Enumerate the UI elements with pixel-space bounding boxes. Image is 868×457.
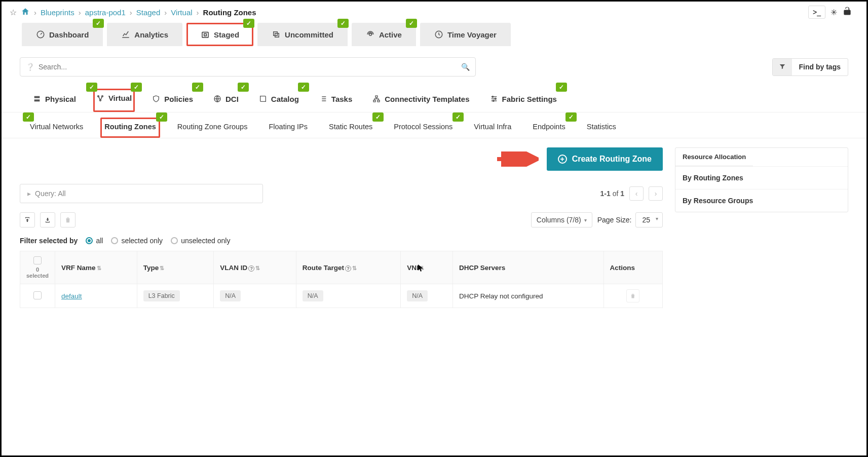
subtab-dci[interactable]: DCI <box>210 89 242 112</box>
status-badge <box>298 83 309 92</box>
status-badge <box>243 19 254 28</box>
query-box[interactable]: ▸ Query: All <box>20 184 263 203</box>
col-vlan-id[interactable]: VLAN ID?⇅ <box>214 251 296 284</box>
search-input[interactable] <box>20 57 476 77</box>
subtab-fabric-settings[interactable]: Fabric Settings <box>487 89 560 112</box>
search-wrap: ❔ 🔍 <box>20 57 476 77</box>
side-item-by-routing-zones[interactable]: By Routing Zones <box>675 166 848 189</box>
filter-radio-unselected[interactable]: unselected only <box>171 237 230 245</box>
row-checkbox[interactable] <box>33 291 42 299</box>
page-size: Page Size: 25 <box>597 212 663 227</box>
create-routing-zone-button[interactable]: + Create Routing Zone <box>547 147 663 171</box>
col-type[interactable]: Type⇅ <box>137 251 214 284</box>
breadcrumb-pod[interactable]: apstra-pod1 <box>85 8 126 17</box>
chevron-right-icon: ▸ <box>27 189 31 198</box>
search-icon[interactable]: 🔍 <box>461 63 470 71</box>
col-vni[interactable]: VNI⇅ <box>401 251 453 284</box>
page-size-select[interactable]: 25 <box>635 212 663 227</box>
columns-selector[interactable]: Columns (7/8) ▾ <box>531 212 592 227</box>
cursor-pointer-icon <box>418 264 424 273</box>
filter-radio-all[interactable]: all <box>86 237 103 245</box>
unlock-icon[interactable] <box>842 6 852 19</box>
subtab-tasks[interactable]: Tasks <box>316 89 355 112</box>
svg-rect-13 <box>373 100 375 102</box>
tab-analytics[interactable]: Analytics <box>107 23 182 46</box>
breadcrumb-virtual[interactable]: Virtual <box>171 8 192 17</box>
create-row: + Create Routing Zone <box>20 147 663 171</box>
search-row: ❔ 🔍 Find by tags <box>2 46 866 82</box>
tab-staged[interactable]: Staged <box>186 23 253 46</box>
side-item-by-resource-groups[interactable]: By Resource Groups <box>675 189 848 212</box>
export-button[interactable] <box>40 212 55 227</box>
share-nodes-icon <box>96 94 104 102</box>
bug-icon[interactable]: ✳ <box>831 8 837 17</box>
subtab2-floating-ips[interactable]: Floating IPs <box>265 118 312 138</box>
status-badge <box>406 19 417 28</box>
status-badge <box>23 112 34 122</box>
status-badge <box>156 112 167 122</box>
subtab2-protocol-sessions[interactable]: Protocol Sessions <box>390 118 457 138</box>
find-by-tags[interactable]: Find by tags <box>772 58 848 76</box>
favorite-star-icon[interactable]: ☆ <box>10 8 17 17</box>
sort-icon: ⇅ <box>160 265 164 271</box>
table-header-row: 0 selected VRF Name⇅ Type⇅ VLAN ID?⇅ Rou… <box>20 251 663 284</box>
select-all-checkbox[interactable] <box>33 256 42 264</box>
breadcrumb-blueprints[interactable]: Blueprints <box>41 8 74 17</box>
subtab2-statistics[interactable]: Statistics <box>583 118 620 138</box>
tab-time-voyager[interactable]: Time Voyager <box>420 23 511 46</box>
subtabs-level-2: Virtual Networks Routing Zones Routing Z… <box>2 112 866 138</box>
routing-zones-table: 0 selected VRF Name⇅ Type⇅ VLAN ID?⇅ Rou… <box>20 251 663 308</box>
history-icon <box>434 30 443 39</box>
plus-icon: + <box>558 155 567 164</box>
subtab-physical[interactable]: Physical <box>30 89 79 112</box>
main-tabs: Dashboard Analytics Staged Uncommitted A… <box>2 23 866 46</box>
col-vrf-name[interactable]: VRF Name⇅ <box>55 251 137 284</box>
breadcrumb-current: Routing Zones <box>203 8 256 17</box>
breadcrumb-staged[interactable]: Staged <box>136 8 161 17</box>
col-actions: Actions <box>603 251 662 284</box>
status-badge <box>337 19 349 28</box>
chart-line-icon <box>121 30 130 39</box>
subtab2-routing-zone-groups[interactable]: Routing Zone Groups <box>173 118 252 138</box>
terminal-button[interactable]: >_ <box>808 6 825 19</box>
home-icon[interactable] <box>21 7 30 18</box>
subtab2-virtual-networks[interactable]: Virtual Networks <box>26 118 87 138</box>
subtab-virtual[interactable]: Virtual <box>93 89 135 112</box>
import-button[interactable] <box>20 212 35 227</box>
subtab2-virtual-infra[interactable]: Virtual Infra <box>470 118 515 138</box>
subtab2-static-routes[interactable]: Static Routes <box>325 118 376 138</box>
tab-dashboard[interactable]: Dashboard <box>22 23 103 46</box>
side-panel-tab[interactable]: Resource Allocation <box>675 148 753 166</box>
help-icon[interactable]: ? <box>345 265 351 272</box>
sort-icon: ⇅ <box>352 265 357 271</box>
svg-rect-14 <box>378 100 380 102</box>
tab-uncommitted[interactable]: Uncommitted <box>257 23 348 46</box>
filter-radio-selected[interactable]: selected only <box>111 237 163 245</box>
subtab-policies[interactable]: Policies <box>149 89 196 112</box>
vrf-link[interactable]: default <box>61 292 82 300</box>
sort-icon: ⇅ <box>97 265 101 271</box>
delete-button[interactable] <box>60 212 76 227</box>
tab-active[interactable]: Active <box>352 23 416 46</box>
col-route-target[interactable]: Route Target?⇅ <box>296 251 401 284</box>
svg-point-15 <box>492 96 494 98</box>
terminal-icon: >_ <box>813 8 821 16</box>
subtab-connectivity-templates[interactable]: Connectivity Templates <box>369 89 472 112</box>
subtab2-routing-zones[interactable]: Routing Zones <box>100 118 160 138</box>
next-page-button[interactable]: › <box>649 186 663 201</box>
svg-rect-2 <box>204 34 207 36</box>
help-icon[interactable]: ? <box>248 265 254 272</box>
query-row: ▸ Query: All 1-1 of 1 ‹ › <box>20 184 663 203</box>
subtab2-endpoints[interactable]: Endpoints <box>529 118 570 138</box>
filter-label: Filter selected by <box>20 237 78 245</box>
prev-page-button[interactable]: ‹ <box>629 186 644 201</box>
subtab-catalog[interactable]: Catalog <box>256 89 302 112</box>
status-badge <box>565 112 577 122</box>
server-icon <box>33 95 41 103</box>
subtabs-level-1: Physical Virtual Policies DCI Catalog Ta… <box>2 86 866 112</box>
row-delete-button[interactable] <box>626 289 639 302</box>
svg-point-5 <box>369 33 372 36</box>
svg-point-16 <box>495 98 496 100</box>
select-all-header: 0 selected <box>20 251 55 284</box>
side-column: Resource Allocation By Routing Zones By … <box>675 147 848 308</box>
